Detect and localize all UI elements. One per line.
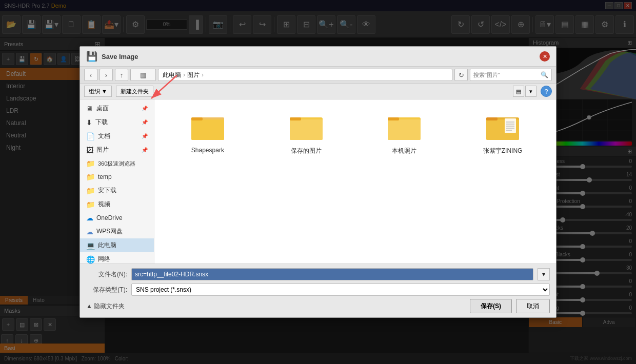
folder-saved-pictures[interactable]: 保存的图片 (261, 108, 351, 160)
shapespark-label: Shapespark (191, 147, 224, 154)
onedrive-icon: ☁ (86, 214, 93, 222)
dialog-footer: 文件名(N): ▾ 保存类型(T): SNS project (*.snsx) … (80, 264, 556, 317)
filename-row: 文件名(N): ▾ (86, 268, 550, 280)
wps-icon: ☁ (86, 228, 93, 236)
dialog-body: 🖥 桌面 📌 ⬇ 下载 📌 📄 文档 📌 🖼 图片 📌 (80, 99, 556, 264)
video-icon: 📁 (86, 200, 95, 209)
view-list-button[interactable]: ▤ (513, 86, 524, 97)
forward-button[interactable]: › (100, 69, 113, 81)
desktop-icon: 🖥 (86, 105, 93, 113)
dialog-overlay[interactable]: 💾 Save Image ✕ ‹ › ↑ ▦ 此电脑 › 图片 › ↻ � (0, 0, 636, 364)
folder-grid: Shapespark 保存的图片 (158, 104, 552, 164)
dialog-close-button[interactable]: ✕ (540, 51, 550, 62)
view-mode-button[interactable]: ▦ (130, 69, 156, 81)
filename-dropdown-button[interactable]: ▾ (538, 268, 550, 280)
help-button[interactable]: ? (541, 86, 552, 97)
sidebar-temp[interactable]: 📁 temp (80, 170, 154, 184)
folder-360-icon: 📁 (86, 159, 95, 168)
cancel-button[interactable]: 取消 (516, 299, 550, 313)
view-options: ▤ ▾ (513, 86, 536, 97)
sidebar-onedrive[interactable]: ☁ OneDrive (80, 211, 154, 225)
sidebar-downloads[interactable]: ⬇ 下载 📌 (80, 115, 154, 129)
save-dialog: 💾 Save Image ✕ ‹ › ↑ ▦ 此电脑 › 图片 › ↻ � (80, 46, 556, 318)
sidebar-andownload[interactable]: 📁 安下载 (80, 184, 154, 197)
sidebar-wps[interactable]: ☁ WPS网盘 (80, 225, 154, 238)
folder-temp-icon: 📁 (86, 173, 95, 181)
documents-icon: 📄 (86, 132, 95, 140)
filetype-select[interactable]: SNS project (*.snsx) (131, 284, 550, 296)
breadcrumb[interactable]: 此电脑 › 图片 › (158, 69, 452, 81)
local-photos-label: 本机照片 (392, 147, 416, 155)
filename-label: 文件名(N): (86, 270, 127, 279)
dialog-sidebar: 🖥 桌面 📌 ⬇ 下载 📌 📄 文档 📌 🖼 图片 📌 (80, 99, 154, 264)
sidebar-pictures[interactable]: 🖼 图片 📌 (80, 143, 154, 157)
sidebar-360browser[interactable]: 📁 360极速浏览器 (80, 157, 154, 170)
sidebar-desktop[interactable]: 🖥 桌面 📌 (80, 102, 154, 115)
dialog-titlebar: 💾 Save Image ✕ (80, 47, 556, 67)
local-photos-icon (388, 112, 421, 145)
saved-pictures-label: 保存的图片 (291, 147, 322, 155)
pictures-icon: 🖼 (86, 146, 93, 154)
dialog-title: 💾 Save Image (86, 51, 138, 62)
back-button[interactable]: ‹ (84, 69, 97, 81)
sidebar-network[interactable]: 🌐 网络 (80, 252, 154, 264)
svg-rect-12 (191, 119, 224, 140)
content-toolbar: 组织 ▼ 新建文件夹 ▤ ▾ ? (80, 84, 556, 99)
sidebar-documents[interactable]: 📄 文档 📌 (80, 129, 154, 143)
svg-rect-18 (388, 119, 421, 140)
sidebar-video[interactable]: 📁 视频 (80, 197, 154, 211)
computer-icon: 💻 (86, 241, 95, 250)
zhangzining-label: 张紫宇ZINING (483, 147, 523, 155)
filetype-label: 保存类型(T): (86, 286, 127, 294)
save-button[interactable]: 保存(S) (470, 299, 512, 313)
folder-local-photos[interactable]: 本机照片 (360, 108, 450, 160)
up-button[interactable]: ↑ (115, 69, 128, 81)
folder-zhangzining[interactable]: 张紫宇ZINING (458, 108, 548, 160)
filename-input[interactable] (131, 268, 533, 280)
svg-rect-13 (191, 117, 203, 120)
filetype-row: 保存类型(T): SNS project (*.snsx) (86, 284, 550, 296)
downloads-icon: ⬇ (86, 118, 92, 127)
svg-rect-23 (505, 118, 516, 133)
organize-button[interactable]: 组织 ▼ (84, 86, 112, 97)
svg-rect-15 (290, 119, 323, 140)
zhangzining-icon (486, 112, 519, 145)
svg-rect-16 (290, 117, 301, 120)
folder-shapespark[interactable]: Shapespark (163, 108, 253, 160)
view-dropdown-button[interactable]: ▾ (525, 86, 536, 97)
refresh-button[interactable]: ↻ (454, 69, 468, 81)
sidebar-this-computer[interactable]: 💻 此电脑 (80, 238, 154, 252)
search-icon: 🔍 (541, 71, 548, 78)
footer-actions: ▲ 隐藏文件夹 保存(S) 取消 (86, 299, 550, 313)
dialog-file-area: Shapespark 保存的图片 (154, 99, 556, 264)
dialog-toolbar: ‹ › ↑ ▦ 此电脑 › 图片 › ↻ 🔍 (80, 67, 556, 84)
hide-folders-toggle[interactable]: ▲ 隐藏文件夹 (86, 302, 466, 311)
new-folder-button[interactable]: 新建文件夹 (116, 86, 153, 97)
saved-pictures-icon (290, 112, 323, 145)
svg-rect-22 (486, 117, 498, 120)
folder-andownload-icon: 📁 (86, 187, 95, 195)
network-icon: 🌐 (86, 255, 95, 264)
search-box[interactable]: 🔍 (470, 69, 552, 81)
svg-rect-19 (388, 117, 399, 120)
shapespark-folder-icon (191, 112, 224, 145)
search-input[interactable] (473, 72, 539, 78)
